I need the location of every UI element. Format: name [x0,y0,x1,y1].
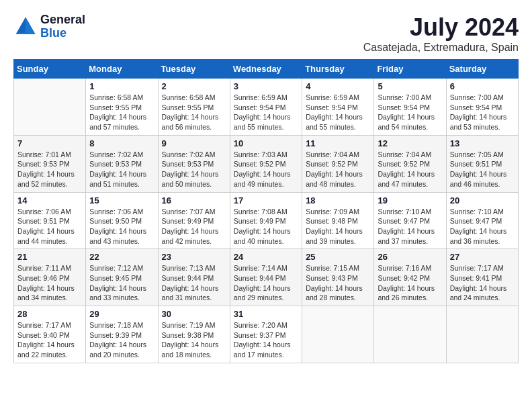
day-number: 2 [162,81,226,91]
page-header: General Blue July 2024 Casatejada, Extre… [13,13,519,54]
calendar-cell: 9Sunrise: 7:02 AM Sunset: 9:53 PM Daylig… [158,135,230,192]
calendar-cell: 13Sunrise: 7:05 AM Sunset: 9:51 PM Dayli… [446,135,518,192]
day-number: 19 [378,195,442,205]
calendar-cell [14,79,86,136]
title-block: July 2024 Casatejada, Extremadura, Spain [363,13,519,54]
day-number: 9 [162,138,226,148]
logo-text: General Blue [40,13,85,40]
calendar-cell: 5Sunrise: 7:00 AM Sunset: 9:54 PM Daylig… [374,79,446,136]
day-number: 31 [234,309,298,319]
calendar-cell: 4Sunrise: 6:59 AM Sunset: 9:54 PM Daylig… [302,79,374,136]
calendar-cell: 26Sunrise: 7:16 AM Sunset: 9:42 PM Dayli… [374,249,446,306]
cell-content: Sunrise: 7:03 AM Sunset: 9:52 PM Dayligh… [234,150,298,189]
calendar-cell: 15Sunrise: 7:06 AM Sunset: 9:50 PM Dayli… [86,192,158,249]
cell-content: Sunrise: 7:18 AM Sunset: 9:39 PM Dayligh… [89,320,154,360]
cell-content: Sunrise: 7:13 AM Sunset: 9:44 PM Dayligh… [162,263,226,303]
day-number: 30 [162,309,226,319]
cell-content: Sunrise: 7:15 AM Sunset: 9:43 PM Dayligh… [306,263,370,303]
calendar-table: SundayMondayTuesdayWednesdayThursdayFrid… [13,59,519,363]
cell-content: Sunrise: 7:00 AM Sunset: 9:54 PM Dayligh… [378,93,442,132]
calendar-cell: 6Sunrise: 7:00 AM Sunset: 9:54 PM Daylig… [446,79,518,136]
day-number: 17 [234,195,298,205]
day-number: 7 [17,138,82,148]
day-number: 15 [89,195,154,205]
calendar-cell: 10Sunrise: 7:03 AM Sunset: 9:52 PM Dayli… [230,135,302,192]
calendar-week-row: 7Sunrise: 7:01 AM Sunset: 9:53 PM Daylig… [14,135,519,192]
calendar-cell: 31Sunrise: 7:20 AM Sunset: 9:37 PM Dayli… [230,306,302,363]
logo-icon [13,15,38,39]
cell-content: Sunrise: 6:59 AM Sunset: 9:54 PM Dayligh… [234,93,298,132]
day-number: 10 [234,138,298,148]
day-number: 1 [89,81,154,91]
calendar-cell: 18Sunrise: 7:09 AM Sunset: 9:48 PM Dayli… [302,192,374,249]
month-year: July 2024 [363,13,519,42]
calendar-cell: 30Sunrise: 7:19 AM Sunset: 9:38 PM Dayli… [158,306,230,363]
day-number: 29 [89,309,154,319]
calendar-cell: 2Sunrise: 6:58 AM Sunset: 9:55 PM Daylig… [158,79,230,136]
day-number: 11 [306,138,370,148]
cell-content: Sunrise: 7:16 AM Sunset: 9:42 PM Dayligh… [378,263,442,303]
day-number: 22 [89,252,154,262]
logo-general: General [40,13,85,26]
day-number: 5 [378,81,442,91]
calendar-cell [302,306,374,363]
logo: General Blue [13,13,85,40]
weekday-header: Saturday [446,60,518,79]
calendar-cell: 22Sunrise: 7:12 AM Sunset: 9:45 PM Dayli… [86,249,158,306]
cell-content: Sunrise: 7:05 AM Sunset: 9:51 PM Dayligh… [450,150,515,189]
cell-content: Sunrise: 7:11 AM Sunset: 9:46 PM Dayligh… [17,263,82,303]
cell-content: Sunrise: 7:20 AM Sunset: 9:37 PM Dayligh… [234,320,298,360]
cell-content: Sunrise: 6:58 AM Sunset: 9:55 PM Dayligh… [162,93,226,132]
cell-content: Sunrise: 7:06 AM Sunset: 9:50 PM Dayligh… [89,207,154,246]
day-number: 25 [306,252,370,262]
weekday-header: Wednesday [230,60,302,79]
day-number: 6 [450,81,515,91]
cell-content: Sunrise: 7:08 AM Sunset: 9:49 PM Dayligh… [234,207,298,246]
calendar-cell: 27Sunrise: 7:17 AM Sunset: 9:41 PM Dayli… [446,249,518,306]
cell-content: Sunrise: 7:02 AM Sunset: 9:53 PM Dayligh… [162,150,226,189]
cell-content: Sunrise: 7:02 AM Sunset: 9:53 PM Dayligh… [89,150,154,189]
weekday-header: Friday [374,60,446,79]
weekday-header: Tuesday [158,60,230,79]
calendar-cell: 19Sunrise: 7:10 AM Sunset: 9:47 PM Dayli… [374,192,446,249]
calendar-cell: 12Sunrise: 7:04 AM Sunset: 9:52 PM Dayli… [374,135,446,192]
location: Casatejada, Extremadura, Spain [363,42,519,54]
weekday-header: Monday [86,60,158,79]
calendar-cell: 8Sunrise: 7:02 AM Sunset: 9:53 PM Daylig… [86,135,158,192]
weekday-header-row: SundayMondayTuesdayWednesdayThursdayFrid… [14,60,519,79]
cell-content: Sunrise: 7:00 AM Sunset: 9:54 PM Dayligh… [450,93,515,132]
calendar-cell [374,306,446,363]
cell-content: Sunrise: 7:04 AM Sunset: 9:52 PM Dayligh… [378,150,442,189]
cell-content: Sunrise: 7:17 AM Sunset: 9:41 PM Dayligh… [450,263,515,303]
calendar-week-row: 1Sunrise: 6:58 AM Sunset: 9:55 PM Daylig… [14,79,519,136]
cell-content: Sunrise: 6:59 AM Sunset: 9:54 PM Dayligh… [306,93,370,132]
calendar-week-row: 21Sunrise: 7:11 AM Sunset: 9:46 PM Dayli… [14,249,519,306]
calendar-cell: 17Sunrise: 7:08 AM Sunset: 9:49 PM Dayli… [230,192,302,249]
weekday-header: Thursday [302,60,374,79]
calendar-cell: 20Sunrise: 7:10 AM Sunset: 9:47 PM Dayli… [446,192,518,249]
day-number: 8 [89,138,154,148]
calendar-cell: 11Sunrise: 7:04 AM Sunset: 9:52 PM Dayli… [302,135,374,192]
calendar-cell: 23Sunrise: 7:13 AM Sunset: 9:44 PM Dayli… [158,249,230,306]
calendar-cell: 25Sunrise: 7:15 AM Sunset: 9:43 PM Dayli… [302,249,374,306]
cell-content: Sunrise: 7:01 AM Sunset: 9:53 PM Dayligh… [17,150,82,189]
cell-content: Sunrise: 7:10 AM Sunset: 9:47 PM Dayligh… [450,207,515,246]
cell-content: Sunrise: 7:09 AM Sunset: 9:48 PM Dayligh… [306,207,370,246]
cell-content: Sunrise: 7:06 AM Sunset: 9:51 PM Dayligh… [17,207,82,246]
calendar-cell: 1Sunrise: 6:58 AM Sunset: 9:55 PM Daylig… [86,79,158,136]
logo-blue: Blue [40,26,66,40]
calendar-cell: 28Sunrise: 7:17 AM Sunset: 9:40 PM Dayli… [14,306,86,363]
day-number: 4 [306,81,370,91]
weekday-header: Sunday [14,60,86,79]
day-number: 16 [162,195,226,205]
svg-marker-1 [26,17,35,34]
cell-content: Sunrise: 7:04 AM Sunset: 9:52 PM Dayligh… [306,150,370,189]
day-number: 21 [17,252,82,262]
calendar-cell: 14Sunrise: 7:06 AM Sunset: 9:51 PM Dayli… [14,192,86,249]
day-number: 18 [306,195,370,205]
cell-content: Sunrise: 7:17 AM Sunset: 9:40 PM Dayligh… [17,320,82,360]
day-number: 27 [450,252,515,262]
day-number: 28 [17,309,82,319]
day-number: 23 [162,252,226,262]
calendar-cell: 29Sunrise: 7:18 AM Sunset: 9:39 PM Dayli… [86,306,158,363]
